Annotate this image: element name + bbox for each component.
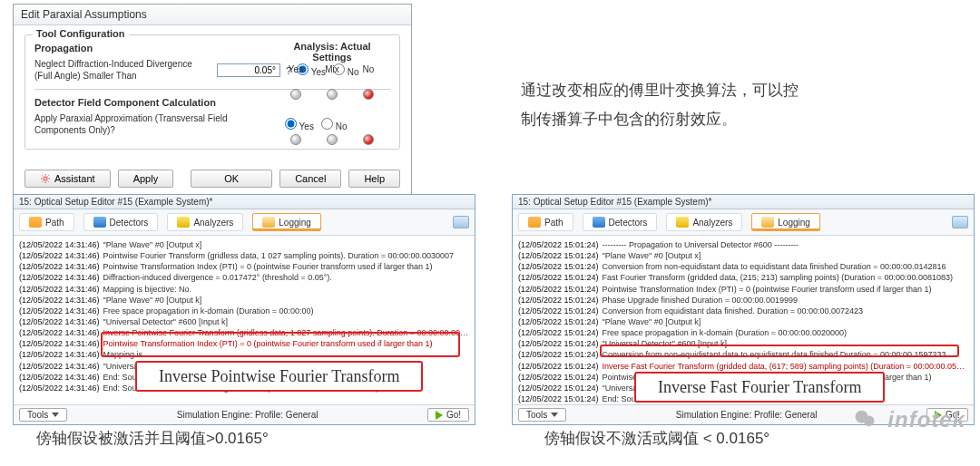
log-line: (12/05/2022 14:31:46) Pointwise Transfor… — [19, 338, 469, 349]
log-window-left: 15: Optical Setup Editor #15 (Example Sy… — [13, 194, 475, 425]
go-button[interactable]: Go! — [427, 408, 469, 422]
log-line: (12/05/2022 14:31:46)"Universal Detector… — [19, 316, 469, 327]
detectors-icon — [593, 217, 605, 228]
log-line: (12/05/2022 14:31:46) Diffraction-induce… — [19, 272, 469, 283]
log-line: (12/05/2022 15:01:24) Conversion from no… — [518, 349, 968, 360]
log-body-right[interactable]: (12/05/2022 15:01:24)--------- Propagati… — [513, 236, 974, 404]
led-prop-yes — [290, 89, 301, 100]
path-icon — [528, 217, 541, 228]
analysis-col-yes: Yes — [278, 64, 314, 74]
play-icon — [436, 411, 443, 420]
neglect-label: Neglect Diffraction-Induced Divergence (… — [34, 59, 211, 82]
log-line: (12/05/2022 15:01:24)"Plane Wave" #0 [Ou… — [518, 316, 968, 327]
log-footer: Tools Simulation Engine: Profile: Genera… — [14, 404, 475, 424]
tab-logging[interactable]: Logging — [252, 213, 321, 231]
tab-logging[interactable]: Logging — [751, 213, 820, 231]
path-icon — [29, 217, 42, 228]
edit-paraxial-dialog: Edit Paraxial Assumptions Tool Configura… — [13, 4, 412, 198]
led-det-mix — [327, 134, 338, 145]
tab-path[interactable]: Path — [19, 213, 74, 231]
log-line: (12/05/2022 15:01:24) Phase Upgrade fini… — [518, 295, 968, 306]
analyzers-icon — [177, 217, 190, 228]
tools-button[interactable]: Tools — [518, 408, 566, 422]
led-prop-mix — [327, 89, 338, 100]
chevron-down-icon — [52, 413, 59, 417]
ok-button[interactable]: OK — [191, 170, 272, 188]
log-line: (12/05/2022 14:31:46) Mapping is bijecti… — [19, 284, 469, 295]
analysis-col-no: No — [350, 64, 387, 74]
log-line: (12/05/2022 14:31:46) Pointwise Transfor… — [19, 261, 469, 272]
detectors-icon — [93, 217, 106, 228]
watermark: infotek — [852, 406, 965, 437]
logging-icon — [262, 217, 275, 228]
log-line: (12/05/2022 14:31:46)"Plane Wave" #0 [Ou… — [19, 295, 469, 306]
log-line: (12/05/2022 14:31:46) Free space propaga… — [19, 306, 469, 316]
caption-right: 傍轴假设不激活或阈值 < 0.0165° — [544, 428, 769, 449]
led-det-no — [363, 134, 374, 145]
log-line: (12/05/2022 14:31:46) Mapping is ... — [19, 349, 469, 360]
annotation-right: 通过改变相应的傅里叶变换算法，可以控 制传播算子中包含的衍射效应。 — [521, 76, 938, 135]
log-window-title: 15: Optical Setup Editor #15 (Example Sy… — [14, 195, 475, 209]
tab-analyzers[interactable]: Analyzers — [666, 213, 742, 231]
log-line: (12/05/2022 15:01:24)Inverse Fast Fourie… — [518, 361, 968, 372]
tabs-overflow-icon[interactable] — [952, 216, 968, 228]
wechat-icon — [852, 406, 877, 437]
tool-configuration-group: Tool Configuration Analysis: Actual Sett… — [24, 34, 400, 150]
tab-detectors[interactable]: Detectors — [583, 213, 658, 231]
log-tabs: Path Detectors Analyzers Logging — [14, 209, 475, 236]
simulation-engine-label: Simulation Engine: Profile: General — [74, 410, 420, 420]
tab-detectors[interactable]: Detectors — [83, 213, 159, 231]
log-tabs: Path Detectors Analyzers Logging — [513, 209, 974, 236]
highlight-callout: Inverse Fast Fourier Transform — [634, 372, 885, 403]
log-line: (12/05/2022 15:01:24) Free space propaga… — [518, 327, 968, 338]
log-line: (12/05/2022 15:01:24)"Universal Detector… — [518, 338, 968, 349]
tools-button[interactable]: Tools — [19, 408, 67, 422]
analyzers-icon — [676, 217, 689, 228]
log-line: (12/05/2022 15:01:24) Pointwise Transfor… — [518, 284, 968, 295]
led-prop-no — [363, 89, 374, 100]
log-line: (12/05/2022 14:31:46)Inverse Pointwise F… — [19, 327, 469, 338]
analysis-col-mix: Mix — [314, 64, 350, 74]
log-line: (12/05/2022 15:01:24) Fast Fourier Trans… — [518, 272, 968, 283]
log-line: (12/05/2022 14:31:46)Pointwise Fourier T… — [19, 250, 469, 261]
paraxial-label: Apply Paraxial Approximation (Transversa… — [34, 113, 279, 136]
tab-path[interactable]: Path — [518, 213, 573, 231]
log-window-title: 15: Optical Setup Editor #15 (Example Sy… — [513, 195, 974, 209]
log-window-right: 15: Optical Setup Editor #15 (Example Sy… — [512, 194, 975, 425]
groupbox-title: Tool Configuration — [33, 28, 129, 39]
caption-left: 傍轴假设被激活并且阈值>0.0165° — [36, 428, 269, 449]
chevron-down-icon — [551, 413, 558, 417]
log-body-left[interactable]: (12/05/2022 14:31:46)"Plane Wave" #0 [Ou… — [14, 236, 475, 404]
log-line: (12/05/2022 15:01:24) Conversion from eq… — [518, 306, 968, 316]
highlight-callout: Inverse Pointwise Fourier Transform — [135, 361, 423, 392]
dialog-title: Edit Paraxial Assumptions — [14, 5, 411, 25]
threshold-input[interactable] — [217, 63, 280, 77]
help-button[interactable]: Help — [348, 170, 400, 188]
log-line: (12/05/2022 15:01:24)--------- Propagati… — [518, 239, 968, 250]
analysis-actual-settings: Analysis: Actual Settings Yes Mix No — [278, 41, 387, 145]
svg-point-0 — [44, 177, 47, 180]
tab-analyzers[interactable]: Analyzers — [167, 213, 243, 231]
log-line: (12/05/2022 15:01:24) Conversion from no… — [518, 261, 968, 272]
apply-button[interactable]: Apply — [118, 170, 174, 188]
assistant-button[interactable]: Assistant — [24, 170, 111, 188]
analysis-title: Analysis: Actual Settings — [278, 41, 387, 63]
tabs-overflow-icon[interactable] — [453, 216, 469, 228]
log-line: (12/05/2022 14:31:46)"Plane Wave" #0 [Ou… — [19, 239, 469, 250]
log-line: (12/05/2022 15:01:24)"Plane Wave" #0 [Ou… — [518, 250, 968, 261]
led-det-yes — [290, 134, 301, 145]
gear-icon — [40, 173, 51, 184]
svg-point-2 — [863, 416, 874, 427]
logging-icon — [761, 217, 774, 228]
cancel-button[interactable]: Cancel — [279, 170, 341, 188]
